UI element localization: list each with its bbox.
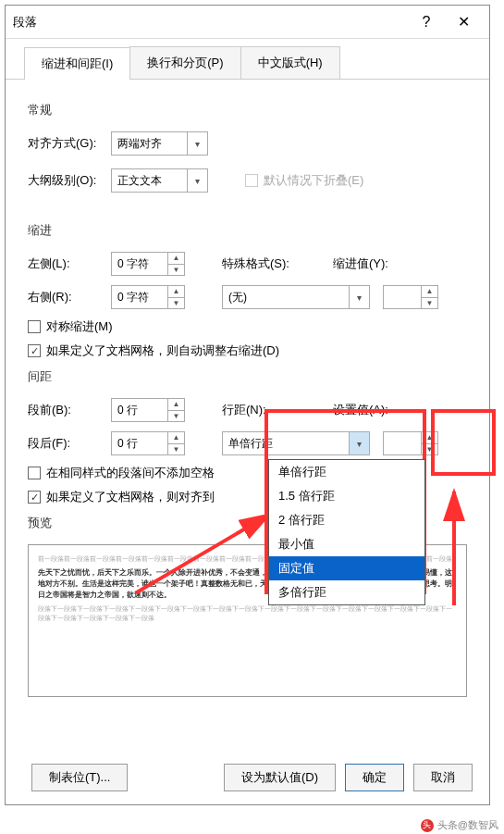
- chevron-down-icon: ▾: [187, 169, 207, 192]
- dialog-title: 段落: [13, 14, 408, 31]
- linespacing-dropdown[interactable]: 单倍行距 ▾: [222, 431, 370, 455]
- outline-dropdown[interactable]: 正文文本 ▾: [111, 168, 208, 193]
- after-label: 段后(F):: [28, 435, 111, 452]
- before-label: 段前(B):: [28, 402, 111, 418]
- ok-button[interactable]: 确定: [345, 764, 404, 791]
- indent-grid-checkbox[interactable]: ✓ 如果定义了文档网格，则自动调整右缩进(D): [28, 342, 467, 359]
- tab-line-page[interactable]: 换行和分页(P): [129, 46, 240, 79]
- before-spinner[interactable]: 0 行 ▲▼: [111, 398, 185, 422]
- indent-by-label: 缩进值(Y):: [333, 255, 388, 272]
- chevron-down-icon: ▾: [187, 132, 207, 155]
- watermark-logo-icon: 头: [421, 819, 434, 832]
- tabs-button[interactable]: 制表位(T)...: [31, 764, 128, 791]
- linespacing-label: 行距(N):: [222, 402, 305, 418]
- outline-label: 大纲级别(O):: [28, 172, 111, 189]
- watermark: 头 头条@数智风: [421, 818, 498, 832]
- align-dropdown[interactable]: 两端对齐 ▾: [111, 131, 208, 156]
- indent-by-spinner[interactable]: ▲▼: [383, 285, 438, 309]
- opt-fixed[interactable]: 固定值: [269, 556, 424, 580]
- close-button[interactable]: ✕: [445, 8, 482, 36]
- align-label: 对齐方式(G):: [28, 135, 111, 152]
- opt-double[interactable]: 2 倍行距: [269, 508, 424, 532]
- opt-15[interactable]: 1.5 倍行距: [269, 484, 424, 508]
- section-general: 常规: [28, 102, 467, 118]
- tab-indent-spacing[interactable]: 缩进和间距(I): [24, 47, 130, 80]
- indent-left-label: 左侧(L):: [28, 255, 111, 272]
- opt-multi[interactable]: 多倍行距: [269, 580, 424, 604]
- at-spinner[interactable]: ▲▼: [383, 431, 438, 455]
- default-button[interactable]: 设为默认值(D): [224, 764, 336, 791]
- tab-asian[interactable]: 中文版式(H): [240, 46, 340, 79]
- indent-right-spinner[interactable]: 0 字符 ▲▼: [111, 285, 185, 309]
- mirror-indent-checkbox[interactable]: 对称缩进(M): [28, 318, 467, 335]
- indent-left-spinner[interactable]: 0 字符 ▲▼: [111, 252, 185, 276]
- section-spacing: 间距: [28, 368, 467, 385]
- special-dropdown[interactable]: (无) ▾: [222, 285, 370, 309]
- section-indent: 缩进: [28, 222, 467, 239]
- opt-min[interactable]: 最小值: [269, 532, 424, 556]
- collapse-checkbox[interactable]: 默认情况下折叠(E): [245, 172, 363, 189]
- after-spinner[interactable]: 0 行 ▲▼: [111, 431, 185, 455]
- at-label: 设置值(A):: [333, 402, 388, 418]
- special-label: 特殊格式(S):: [222, 255, 305, 272]
- opt-single[interactable]: 单倍行距: [269, 460, 424, 484]
- linespacing-dropdown-list[interactable]: 单倍行距 1.5 倍行距 2 倍行距 最小值 固定值 多倍行距: [268, 459, 425, 605]
- indent-right-label: 右侧(R):: [28, 289, 111, 305]
- help-button[interactable]: ?: [408, 8, 445, 36]
- chevron-down-icon: ▾: [349, 432, 369, 454]
- cancel-button[interactable]: 取消: [413, 764, 473, 791]
- chevron-down-icon: ▾: [349, 286, 369, 308]
